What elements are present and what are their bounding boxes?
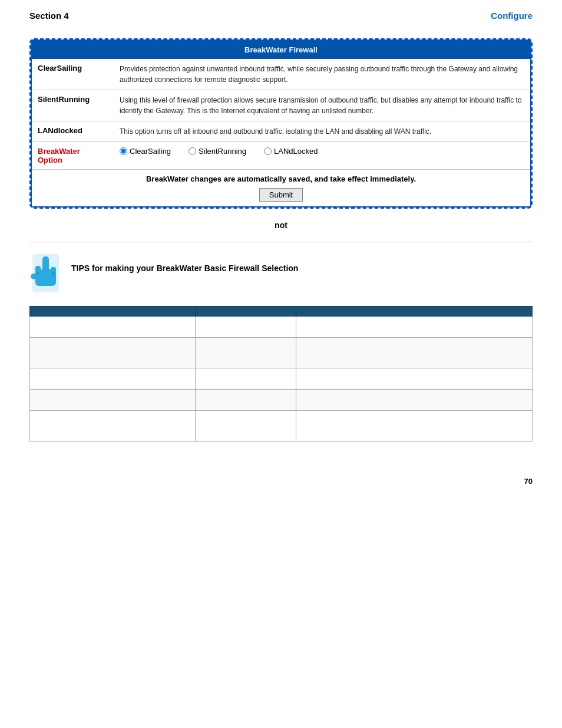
tips-cell-1-2 [196,317,296,338]
tips-cell-4-2 [196,390,296,411]
not-text: not [29,220,533,230]
table-row-clearsailing: ClearSailing Provides protection against… [31,59,531,90]
radio-silentrunning-label: SilentRunning [199,147,246,156]
tips-col-header-2 [196,307,296,317]
firewall-table-header: BreakWater Firewall [31,40,531,59]
tips-cell-5-3 [296,411,533,442]
silentrunning-desc: Using this level of firewall protection … [114,90,531,121]
tips-cell-5-2 [196,411,296,442]
radio-landlocked[interactable]: LANdLocked [264,147,318,156]
radio-silentrunning-input[interactable] [189,147,196,155]
radio-clearsailing[interactable]: ClearSailing [120,147,171,156]
tips-cell-5-1 [30,411,196,442]
breakwater-option-label: BreakWaterOption [31,142,114,170]
radio-clearsailing-input[interactable] [120,147,127,155]
page-number: 70 [0,471,562,492]
tips-cell-3-2 [196,368,296,390]
tips-title: TIPS for making your BreakWater Basic Fi… [71,254,533,273]
radio-silentrunning[interactable]: SilentRunning [189,147,246,156]
silentrunning-label: SilentRunning [31,90,114,121]
main-content: BreakWater Firewall ClearSailing Provide… [0,27,562,453]
table-row-submit: BreakWater changes are automatically sav… [31,170,531,207]
table-row-silentrunning: SilentRunning Using this level of firewa… [31,90,531,121]
tips-col-header-3 [296,307,533,317]
landlocked-desc: This option turns off all inbound and ou… [114,121,531,142]
svg-point-7 [31,274,38,279]
table-row-landlocked: LANdlocked This option turns off all inb… [31,121,531,142]
radio-clearsailing-label: ClearSailing [130,147,171,156]
tips-table-row-4 [30,390,533,411]
submit-area: Submit [38,188,524,202]
page-header: Section 4 Configure [0,0,562,27]
tips-cell-4-1 [30,390,196,411]
tips-cell-1-1 [30,317,196,338]
section-label: Section 4 [29,11,69,21]
radio-row: ClearSailing SilentRunning LANdLocked [120,147,524,156]
radio-landlocked-input[interactable] [264,147,272,155]
dashed-container: BreakWater Firewall ClearSailing Provide… [29,38,533,209]
tips-cell-2-1 [30,338,196,368]
tips-icon-container [29,254,62,294]
tips-table-row-1 [30,317,533,338]
tips-hand-icon [29,254,62,292]
tips-table-header-row [30,307,533,317]
clearsailing-label: ClearSailing [31,59,114,90]
submit-cell: BreakWater changes are automatically sav… [31,170,531,207]
tips-cell-4-3 [296,390,533,411]
landlocked-label: LANdlocked [31,121,114,142]
divider [29,242,533,242]
submit-button[interactable]: Submit [259,188,303,202]
tips-cell-2-2 [196,338,296,368]
breakwater-radio-cell: ClearSailing SilentRunning LANdLocked [114,142,531,170]
configure-label: Configure [491,11,533,21]
tips-section: TIPS for making your BreakWater Basic Fi… [29,254,533,294]
clearsailing-desc: Provides protection against unwanted inb… [114,59,531,90]
firewall-table: BreakWater Firewall ClearSailing Provide… [31,39,531,207]
tips-table-row-2 [30,338,533,368]
tips-cell-2-3 [296,338,533,368]
radio-landlocked-label: LANdLocked [274,147,318,156]
tips-cell-3-3 [296,368,533,390]
table-row-breakwater-option: BreakWaterOption ClearSailing SilentRunn… [31,142,531,170]
auto-save-text: BreakWater changes are automatically sav… [38,174,524,183]
tips-table-row-3 [30,368,533,390]
tips-table [29,306,533,442]
tips-cell-3-1 [30,368,196,390]
tips-table-row-5 [30,411,533,442]
tips-cell-1-3 [296,317,533,338]
tips-content: TIPS for making your BreakWater Basic Fi… [71,254,533,273]
tips-col-header-1 [30,307,196,317]
